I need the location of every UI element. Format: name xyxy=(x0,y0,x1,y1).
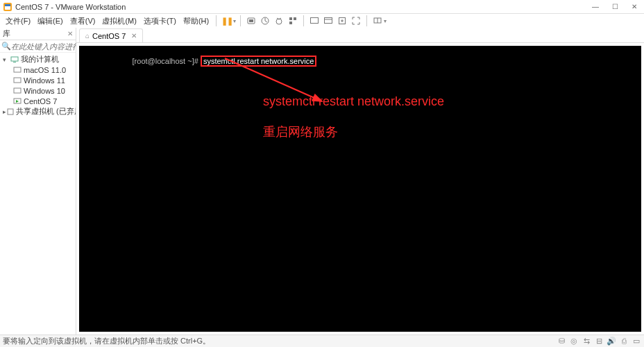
dropdown-icon[interactable]: ▾ xyxy=(384,18,387,24)
annotation-text-2: 重启网络服务 xyxy=(263,124,338,140)
annotation-text-1: systemctl restart network.service xyxy=(263,94,444,109)
svg-rect-17 xyxy=(13,62,16,62)
status-text: 要将输入定向到该虚拟机，请在虚拟机内部单击或按 Ctrl+G。 xyxy=(3,336,210,346)
close-button[interactable]: ✕ xyxy=(625,0,644,14)
toolbar-separator xyxy=(303,15,304,26)
tree-label: macOS 11.0 xyxy=(24,66,66,74)
tree-node-shared[interactable]: ▸ 共享虚拟机 (已弃用) xyxy=(0,106,76,117)
menu-bar: 文件(F) 编辑(E) 查看(V) 虚拟机(M) 选项卡(T) 帮助(H) ❚❚… xyxy=(0,14,644,28)
tree-node-vm[interactable]: CentOS 7 xyxy=(0,96,76,106)
sidebar-title: 库 xyxy=(3,28,10,39)
minimize-button[interactable]: ― xyxy=(586,0,605,14)
vm-running-icon xyxy=(12,97,22,105)
svg-rect-7 xyxy=(289,17,292,20)
computer-icon xyxy=(10,56,19,64)
app-icon xyxy=(3,2,12,12)
thumbnail-icon[interactable] xyxy=(371,15,384,27)
menu-file[interactable]: 文件(F) xyxy=(3,15,33,28)
svg-rect-2 xyxy=(5,4,10,6)
status-bar: 要将输入定向到该虚拟机，请在虚拟机内部单击或按 Ctrl+G。 ⛁ ◎ ⇆ ⊟ … xyxy=(0,335,644,347)
terminal-prompt: [root@localhost ~]# xyxy=(133,57,198,65)
device-cd-icon[interactable]: ◎ xyxy=(569,337,579,346)
unity-icon[interactable] xyxy=(322,15,334,27)
tree-node-my-computer[interactable]: ▾ 我的计算机 xyxy=(0,54,76,65)
vm-icon xyxy=(12,66,22,74)
terminal[interactable]: [root@localhost ~]# systemctl restart ne… xyxy=(79,46,641,332)
tree-label: Windows 10 xyxy=(24,87,65,95)
device-display-icon[interactable]: ▭ xyxy=(632,337,641,346)
svg-rect-9 xyxy=(289,22,292,24)
maximize-button[interactable]: ☐ xyxy=(605,0,625,14)
menu-view[interactable]: 查看(V) xyxy=(67,15,99,28)
tree-label: CentOS 7 xyxy=(24,97,57,105)
content-area: ⌂ CentOS 7 ✕ [root@localhost ~]# systemc… xyxy=(76,28,644,335)
svg-rect-18 xyxy=(14,67,21,72)
expand-icon[interactable]: ▾ xyxy=(3,56,10,63)
search-icon: 🔍 xyxy=(1,42,11,51)
sidebar-header: 库 ✕ xyxy=(0,28,76,40)
title-bar: CentOS 7 - VMware Workstation ― ☐ ✕ xyxy=(0,0,644,14)
tree-label: Windows 11 xyxy=(24,76,65,85)
toolbar-separator xyxy=(216,15,217,26)
snapshot-icon[interactable] xyxy=(259,15,271,27)
svg-rect-23 xyxy=(8,109,13,115)
terminal-container: [root@localhost ~]# systemctl restart ne… xyxy=(76,43,644,335)
svg-rect-8 xyxy=(294,17,296,20)
svg-marker-22 xyxy=(16,100,19,103)
sidebar-tree: ▾ 我的计算机 macOS 11.0 Windows 11 Windows 10… xyxy=(0,53,76,118)
console-view-icon[interactable] xyxy=(308,15,321,27)
menu-help[interactable]: 帮助(H) xyxy=(180,15,212,28)
tree-label: 共享虚拟机 (已弃用) xyxy=(16,106,76,117)
svg-rect-16 xyxy=(11,57,18,61)
tab-centos7[interactable]: ⌂ CentOS 7 ✕ xyxy=(79,28,143,42)
device-sound-icon[interactable]: 🔊 xyxy=(607,337,616,346)
device-disk-icon[interactable]: ⛁ xyxy=(557,337,566,346)
tab-strip: ⌂ CentOS 7 ✕ xyxy=(76,28,644,43)
fullscreen-icon[interactable] xyxy=(350,15,362,27)
tree-node-vm[interactable]: macOS 11.0 xyxy=(0,65,76,75)
menu-tabs[interactable]: 选项卡(T) xyxy=(141,15,179,28)
sidebar: 库 ✕ 🔍 ▾ ▾ 我的计算机 macOS 11.0 Windows 11 xyxy=(0,28,76,335)
manage-icon[interactable] xyxy=(287,15,299,27)
main-area: 库 ✕ 🔍 ▾ ▾ 我的计算机 macOS 11.0 Windows 11 xyxy=(0,28,644,335)
shared-icon xyxy=(6,108,15,116)
tree-node-vm[interactable]: Windows 11 xyxy=(0,75,76,85)
device-printer-icon[interactable]: ⎙ xyxy=(619,337,629,346)
vm-icon xyxy=(12,87,22,95)
window-title: CentOS 7 - VMware Workstation xyxy=(15,3,586,11)
tree-label: 我的计算机 xyxy=(21,54,59,65)
terminal-line: [root@localhost ~]# systemctl restart ne… xyxy=(111,49,316,74)
svg-rect-19 xyxy=(14,78,21,83)
svg-rect-20 xyxy=(14,88,21,93)
terminal-command: systemctl restart network.service xyxy=(201,56,317,67)
status-icons: ⛁ ◎ ⇆ ⊟ 🔊 ⎙ ▭ xyxy=(557,337,641,346)
toolbar-separator xyxy=(240,15,241,26)
home-icon: ⌂ xyxy=(85,32,90,40)
send-ctrl-alt-del-icon[interactable] xyxy=(245,15,257,27)
vm-icon xyxy=(12,76,22,85)
device-usb-icon[interactable]: ⊟ xyxy=(594,337,604,346)
pause-icon[interactable]: ❚❚ xyxy=(221,15,233,27)
menu-vm[interactable]: 虚拟机(M) xyxy=(99,15,139,28)
sidebar-search: 🔍 ▾ xyxy=(0,40,76,53)
menu-edit[interactable]: 编辑(E) xyxy=(35,15,66,28)
svg-rect-10 xyxy=(311,18,319,24)
dropdown-icon[interactable]: ▾ xyxy=(233,18,236,24)
stretch-icon[interactable] xyxy=(336,15,348,27)
sidebar-close-icon[interactable]: ✕ xyxy=(67,30,73,37)
device-network-icon[interactable]: ⇆ xyxy=(582,337,591,346)
svg-rect-4 xyxy=(249,19,253,22)
tab-label: CentOS 7 xyxy=(92,32,126,40)
svg-rect-11 xyxy=(325,18,332,24)
toolbar-separator xyxy=(366,15,367,26)
snapshot-manager-icon[interactable] xyxy=(273,15,285,27)
tab-close-icon[interactable]: ✕ xyxy=(131,32,137,40)
tree-node-vm[interactable]: Windows 10 xyxy=(0,85,76,96)
